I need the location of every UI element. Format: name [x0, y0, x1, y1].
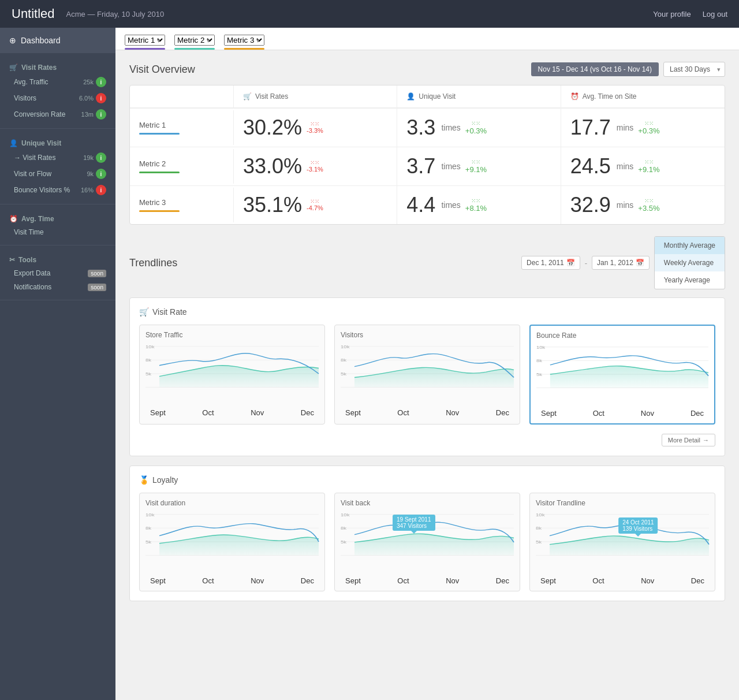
date-to-wrapper[interactable]: Jan 1, 2012 📅 — [592, 256, 650, 270]
sidebar-item-bounce-visitors[interactable]: Bounce Visitors % 16% i — [0, 182, 115, 198]
metric-1-select[interactable]: Metric 1 — [125, 35, 165, 46]
overview-row-metric1: Metric 1 30.2% ⁙⁙ -3.3% 3.3times ⁙⁙ — [130, 108, 725, 147]
chart-visitors: Visitors — [334, 325, 520, 425]
period-wrapper: Last 30 Days Last 7 Days Last 90 Days — [663, 62, 725, 77]
date-from-wrapper[interactable]: Dec 1, 2011 📅 — [521, 256, 580, 270]
visitors-badge: 6.0% i — [79, 93, 106, 103]
metric2-uv-trend-icon: ⁙⁙ — [471, 159, 480, 165]
overview-row-metric3: Metric 3 35.1% ⁙⁙ -4.7% 4.4times ⁙⁙ — [130, 185, 725, 224]
metric-tab-3[interactable]: Metric 3 — [224, 35, 264, 50]
visit-duration-chart: 10k 8k 5k — [145, 512, 319, 575]
overview-column-headers: 🛒 Visit Rates 👤 Unique Visit ⏰ Avg. Time… — [130, 85, 725, 108]
avg-traffic-badge-icon: i — [96, 77, 106, 87]
header-nav: Your profile Log out — [653, 10, 727, 18]
sidebar-item-visitors[interactable]: Visitors 6.0% i — [0, 90, 115, 106]
metric-3-select[interactable]: Metric 3 — [224, 35, 264, 46]
col-header-empty — [130, 85, 234, 107]
cart-icon: 🛒 — [9, 64, 18, 72]
sidebar-item-visit-time[interactable]: Visit Time — [0, 225, 115, 239]
metric1-at-trend-icon: ⁙⁙ — [644, 121, 654, 126]
app-title: Untitled — [12, 6, 55, 21]
avg-traffic-badge: 25k i — [83, 77, 106, 87]
dashboard-label: Dashboard — [21, 36, 61, 45]
loyalty-charts-grid: Visit duration — [139, 493, 715, 591]
chart-visit-back: Visit back — [334, 493, 520, 591]
col-header-unique-visit: 👤 Unique Visit — [397, 85, 561, 107]
col-header-clock-icon: ⏰ — [570, 92, 579, 100]
visit-back-tooltip: 19 Sept 2011 347 Visitors — [393, 515, 435, 531]
col-header-avg-time: ⏰ Avg. Time on Site — [561, 85, 725, 107]
metric-2-select[interactable]: Metric 2 — [174, 35, 215, 46]
svg-text:10k: 10k — [341, 344, 350, 349]
metric1-uv-trend-icon: ⁙⁙ — [471, 121, 480, 126]
bounce-rate-title: Bounce Rate — [536, 332, 708, 340]
metric3-visit-rate: 35.1% ⁙⁙ -4.7% — [234, 186, 397, 224]
metric1-line — [139, 133, 180, 135]
metric2-unique-visit: 3.7times ⁙⁙ +9.1% — [397, 147, 561, 185]
period-option-monthly[interactable]: Monthly Average — [655, 237, 725, 254]
metric-2-underline — [174, 48, 215, 50]
visit-overview-title: Visit Overview — [129, 64, 195, 76]
more-detail-arrow: → — [703, 437, 709, 444]
metric2-vr-trend-icon: ⁙⁙ — [310, 160, 319, 166]
bounce-rate-chart: 10k 8k 5k — [536, 344, 708, 408]
calendar-icon: 📅 — [566, 259, 575, 267]
notifications-soon: soon — [88, 284, 106, 291]
layout: ⊕ Dashboard 🛒 Visit Rates Avg. Traffic 2… — [0, 28, 739, 700]
metric-tabs: Metric 1 Metric 2 Metric 3 — [115, 28, 739, 50]
dashboard-icon: ⊕ — [9, 36, 16, 45]
sidebar-item-notifications[interactable]: Notifications soon — [0, 280, 115, 294]
svg-text:8k: 8k — [536, 526, 542, 531]
col-header-user-icon: 👤 — [406, 92, 415, 100]
svg-text:10k: 10k — [536, 512, 545, 517]
more-detail-label: More Detail — [668, 437, 700, 444]
period-option-yearly[interactable]: Yearly Average — [655, 271, 725, 289]
sidebar-item-avg-traffic[interactable]: Avg. Traffic 25k i — [0, 74, 115, 90]
sidebar-item-conversion-rate[interactable]: Conversion Rate 13m i — [0, 106, 115, 122]
metric3-label: Metric 3 — [130, 188, 234, 222]
visitors-x-labels: SeptOctNovDec — [341, 408, 514, 417]
period-select[interactable]: Last 30 Days Last 7 Days Last 90 Days — [663, 62, 725, 77]
period-dropdown-card: Monthly Average Weekly Average Yearly Av… — [654, 236, 725, 289]
metric3-at-trend-icon: ⁙⁙ — [644, 198, 654, 204]
logout-link[interactable]: Log out — [703, 10, 727, 18]
visit-overview-header: Visit Overview Nov 15 - Dec 14 (vs Oct 1… — [129, 62, 725, 77]
visit-back-chart: 10k 8k 5k 19 Sept 2011 — [341, 512, 514, 575]
your-profile-link[interactable]: Your profile — [653, 10, 691, 18]
header-subtitle: Acme — Friday, 10 July 2010 — [66, 10, 642, 18]
metric3-uv-trend-icon: ⁙⁙ — [471, 198, 480, 204]
visitor-trandline-x-labels: SeptOctNovDec — [536, 576, 709, 585]
metric2-label: Metric 2 — [130, 149, 234, 184]
export-data-soon: soon — [88, 270, 106, 277]
metric1-avg-time: 17.7mins ⁙⁙ +0.3% — [561, 109, 725, 147]
svg-text:8k: 8k — [341, 526, 347, 531]
metric-tab-1[interactable]: Metric 1 — [125, 35, 165, 50]
date-to-value: Jan 1, 2012 — [597, 259, 633, 267]
visitor-trandline-title: Visitor Trandline — [536, 499, 709, 507]
more-detail-button[interactable]: More Detail → — [662, 434, 715, 446]
metric1-vr-trend-icon: ⁙⁙ — [310, 121, 319, 127]
visit-back-x-labels: SeptOctNovDec — [341, 576, 514, 585]
trendlines-controls: Dec 1, 2011 📅 - Jan 1, 2012 📅 Monthly Av… — [521, 236, 725, 289]
metric1-unique-visit: 3.3times ⁙⁙ +0.3% — [397, 109, 561, 147]
chart-store-traffic: Store Traffic — [139, 325, 325, 425]
svg-text:5k: 5k — [341, 539, 347, 545]
metric2-at-trend-icon: ⁙⁙ — [644, 159, 654, 165]
metric-tab-2[interactable]: Metric 2 — [174, 35, 215, 50]
sidebar-item-visit-or-flow[interactable]: Visit or Flow 9k i — [0, 166, 115, 182]
metric3-unique-visit: 4.4times ⁙⁙ +8.1% — [397, 186, 561, 224]
metric-3-underline — [224, 48, 264, 50]
sidebar-item-export-data[interactable]: Export Data soon — [0, 266, 115, 280]
sidebar-section-tools: ✂ Tools Export Data soon Notifications s… — [0, 245, 115, 300]
period-option-weekly[interactable]: Weekly Average — [655, 254, 725, 271]
svg-text:10k: 10k — [536, 345, 546, 350]
sidebar-item-visit-rates[interactable]: → Visit Rates 19k i — [0, 150, 115, 166]
sidebar-section-title-visit-rates: 🛒 Visit Rates — [0, 59, 115, 74]
visit-duration-x-labels: SeptOctNovDec — [145, 576, 319, 585]
loyalty-title: 🏅 Loyalty — [139, 475, 715, 485]
sidebar-dashboard[interactable]: ⊕ Dashboard — [0, 28, 115, 53]
date-range-button[interactable]: Nov 15 - Dec 14 (vs Oct 16 - Nov 14) — [531, 62, 659, 76]
store-traffic-title: Store Traffic — [145, 331, 319, 339]
col-header-cart-icon: 🛒 — [243, 92, 252, 100]
visit-duration-title: Visit duration — [145, 499, 319, 507]
